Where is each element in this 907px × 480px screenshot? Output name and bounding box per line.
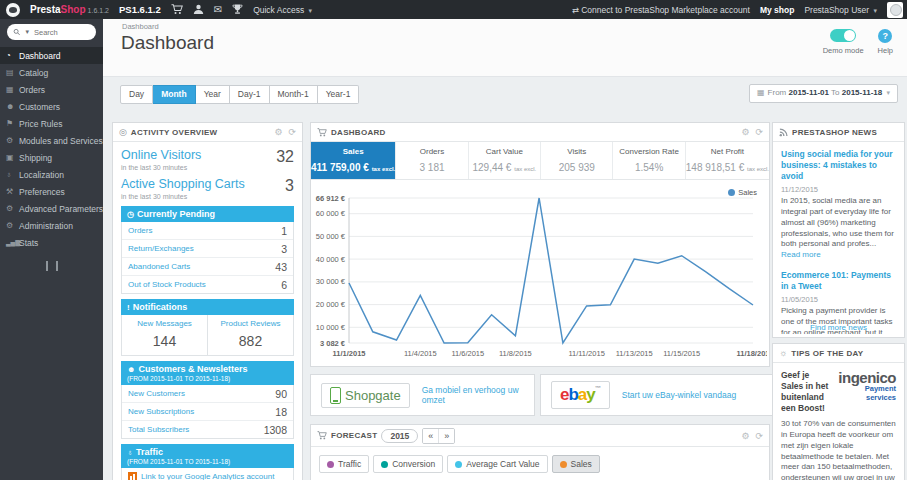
shipping-icon: ▣ [6,153,19,162]
quick-access-menu[interactable]: Quick Access ▾ [253,5,312,15]
collapse-menu-icon[interactable] [46,261,58,271]
range-day-1-button[interactable]: Day-1 [230,85,270,104]
svg-text:11/18/201: 11/18/201 [737,349,767,358]
tip-body: 30 tot 70% van de consumenten in Europa … [781,419,896,480]
range-year-button[interactable]: Year [196,85,230,104]
sidebar-item-localization[interactable]: ♁Localization [0,166,103,183]
cart-icon [317,128,327,137]
range-month-1-button[interactable]: Month-1 [270,85,318,104]
marketplace-link[interactable]: ⇄ Connect to PrestaShop Marketplace acco… [572,5,750,15]
news-article: Using social media for your business: 4 … [781,149,896,261]
search-box[interactable]: ▾ [7,24,96,40]
tips-of-the-day-panel: ☼ TIPS OF THE DAY ingenico Paymentservic… [772,343,905,480]
table-row: Total Subscribers1308 [122,420,293,438]
panel-refresh-icon[interactable]: ⟳ [755,431,763,441]
forecast-year[interactable]: 2015 [381,429,418,443]
next-year-button[interactable]: » [438,429,454,443]
article-title-link[interactable]: Using social media for your business: 4 … [781,149,896,182]
cart-icon[interactable] [171,4,183,15]
date-range-picker[interactable]: ▦From 2015-11-01 To 2015-11-18 ▾ [749,84,898,103]
sidebar-item-modules[interactable]: ⚙Modules and Services [0,132,103,149]
previous-year-button[interactable]: « [423,429,438,443]
svg-text:11/8/2015: 11/8/2015 [499,349,532,358]
shopgate-banner[interactable]: Shopgate Ga mobiel en verhoog uw omzet [310,374,535,416]
shopgate-link[interactable]: Ga mobiel en verhoog uw omzet [422,385,524,405]
legend-conversion-button[interactable]: Conversion [373,455,443,473]
table-row: New Subscriptions18 [122,402,293,420]
returns-link[interactable]: Return/Exchanges [128,244,194,253]
sidebar-item-dashboard[interactable]: ◔Dashboard [0,47,103,64]
prestashop-logo-icon[interactable] [6,3,20,17]
avatar[interactable] [887,2,903,18]
modules-icon: ⚙ [6,136,19,145]
legend-sales-button[interactable]: Sales [552,455,600,473]
lightbulb-icon: ☼ [779,348,787,358]
range-day-button[interactable]: Day [120,85,153,104]
search-input[interactable] [32,27,90,38]
product-reviews-cell[interactable]: Product Reviews882 [207,315,293,355]
table-row: Abandoned Carts43 [122,257,293,275]
new-subscriptions-link[interactable]: New Subscriptions [128,407,194,416]
brand[interactable]: PrestaShop1.6.1.2 [30,4,109,15]
ebay-banner[interactable]: ebay™ Start uw eBay-winkel vandaag [540,374,790,416]
out-of-stock-link[interactable]: Out of Stock Products [128,280,206,289]
customers-icon: ☻ [6,102,19,111]
sidebar-item-orders[interactable]: ▦Orders [0,81,103,98]
kpi-tab-orders[interactable]: Orders3 181 [396,142,468,179]
demo-mode-toggle[interactable]: Demo mode [823,29,864,55]
active-carts-link[interactable]: Active Shopping Carts [121,177,245,191]
legend-traffic-button[interactable]: Traffic [319,455,369,473]
panel-settings-icon[interactable]: ⚙ [741,431,749,441]
trophy-icon[interactable] [232,4,243,15]
orders-icon: ▦ [6,85,19,94]
activity-overview-panel: ◎ ACTIVITY OVERVIEW ⚙⟳ Online Visitors32… [112,122,303,480]
read-more-link[interactable]: Read more [781,250,821,259]
kpi-tab-cart-value[interactable]: Cart Value129,44 € tax excl. [469,142,541,179]
sidebar-item-stats[interactable]: ▃▅▇Stats [0,234,103,251]
user-icon[interactable] [193,4,204,15]
price-rules-icon: ⚑ [6,119,19,128]
kpi-tab-visits[interactable]: Visits205 939 [541,142,613,179]
legend-average-cart-value-button[interactable]: Average Cart Value [447,455,547,473]
new-customers-link[interactable]: New Customers [128,389,185,398]
article-title-link[interactable]: Ecommerce 101: Payments in a Tweet [781,270,896,292]
conversion-dot-icon [381,461,388,468]
ebay-link[interactable]: Start uw eBay-winkel vandaag [622,390,736,400]
orders-link[interactable]: Orders [128,226,152,235]
range-year-1-button[interactable]: Year-1 [318,85,360,104]
svg-text:60 000 €: 60 000 € [316,209,346,218]
sidebar-item-catalog[interactable]: ▤Catalog [0,64,103,81]
panel-refresh-icon[interactable]: ⟳ [288,127,296,137]
chart-legend[interactable]: Sales [728,188,757,197]
range-month-button[interactable]: Month [153,85,196,104]
google-analytics-link[interactable]: Link to your Google Analytics account [121,468,294,480]
total-subscribers-link[interactable]: Total Subscribers [128,425,189,434]
sidebar-item-customers[interactable]: ☻Customers [0,98,103,115]
sidebar-item-preferences[interactable]: ⚒Preferences [0,183,103,200]
forecast-legend: Traffic Conversion Average Cart Value Sa… [311,447,769,480]
user-menu[interactable]: PrestaShop User ▾ [804,5,877,15]
my-shop-link[interactable]: My shop [760,5,794,15]
sidebar-item-advanced-parameters[interactable]: ⚙Advanced Parameters [0,200,103,217]
dashboard-icon: ◔ [6,51,19,60]
breadcrumb[interactable]: Dashboard [122,22,159,31]
mail-icon[interactable]: ✉ [214,4,222,15]
toggle-on-icon[interactable] [830,29,856,42]
panel-settings-icon[interactable]: ⚙ [274,127,282,137]
find-more-news-link[interactable]: Find more news [773,323,904,332]
kpi-tab-net-profit[interactable]: Net Profit148 918,51 € tax excl. [686,142,769,179]
new-messages-cell[interactable]: New Messages144 [122,315,207,355]
kpi-tab-conversion-rate[interactable]: Conversion Rate1.54% [613,142,685,179]
abandoned-carts-link[interactable]: Abandoned Carts [128,262,190,271]
notifications-table: New Messages144 Product Reviews882 [121,315,294,356]
notifications-header: !Notifications [121,299,294,315]
sidebar-item-administration[interactable]: ⚙Administration [0,217,103,234]
online-visitors-link[interactable]: Online Visitors [121,148,201,162]
sidebar-item-shipping[interactable]: ▣Shipping [0,149,103,166]
kpi-tab-sales[interactable]: Sales411 759,00 € tax excl. [311,142,396,179]
panel-refresh-icon[interactable]: ⟳ [755,127,763,137]
shop-name[interactable]: PS1.6.1.2 [119,4,161,15]
help-button[interactable]: ? Help [878,29,893,55]
panel-settings-icon[interactable]: ⚙ [741,127,749,137]
sidebar-item-price-rules[interactable]: ⚑Price Rules [0,115,103,132]
